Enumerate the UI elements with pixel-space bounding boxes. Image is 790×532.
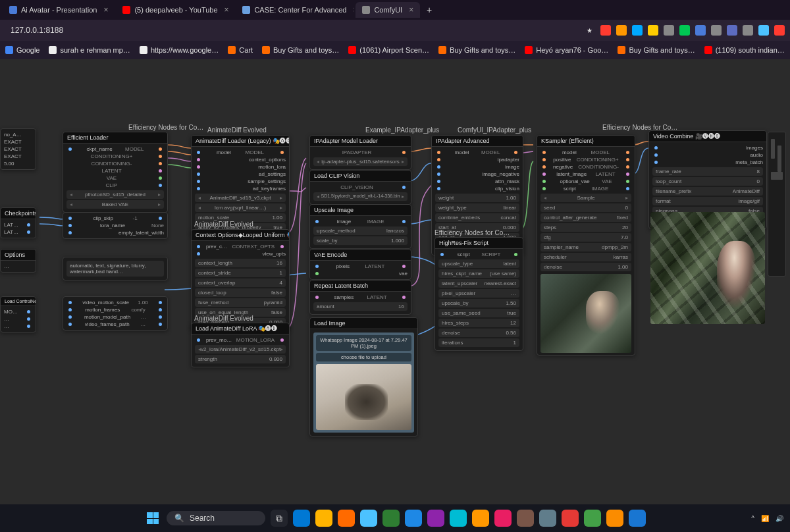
taskbar-app-icon[interactable] xyxy=(405,510,422,527)
load-image-filename[interactable]: Whatsapp Image 2024-08-17 at 7.29.47 PM … xyxy=(316,335,411,351)
node-ksampler-efficient[interactable]: KSampler (Efficient) modelMODEL positive… xyxy=(537,135,635,356)
extension-icon[interactable] xyxy=(679,25,690,36)
extension-icon[interactable] xyxy=(711,25,722,36)
taskbar-app-icon[interactable] xyxy=(494,510,512,527)
browser-tab[interactable]: CASE: Center For Advanced× xyxy=(236,2,354,18)
extension-icon[interactable] xyxy=(600,25,611,36)
browser-tab-active[interactable]: ComfyUI× xyxy=(356,2,420,18)
node-notes[interactable]: no_ADD EXACT EXACT EXACT 5.00 xyxy=(0,128,36,170)
close-icon[interactable]: × xyxy=(224,5,229,14)
workflow-canvas[interactable]: Efficiency Nodes for Co… Efficiency Node… xyxy=(0,59,790,504)
taskbar-app-icon[interactable] xyxy=(338,510,355,527)
node-vae-encode[interactable]: VAE Encode pixelsLATENT vae xyxy=(309,249,411,280)
node-prompt-text[interactable]: automatic, text, signature, blurry, wate… xyxy=(63,257,168,280)
start-button[interactable] xyxy=(144,510,161,527)
taskbar-app-icon[interactable] xyxy=(539,510,556,527)
node-primitive[interactable]: Options … xyxy=(0,249,36,273)
group-label: AnimateDiff Evolved xyxy=(194,315,253,322)
node-motion-settings[interactable]: video_motion_scale1.00 motion_framescomf… xyxy=(63,296,168,331)
browser-tab-bar: Ai Avatar - Presentation× (5) deepalveeb… xyxy=(0,0,790,20)
node-load-animatediff-lora[interactable]: Load AnimateDiff LoRA 🎭🅐🅓 prev_motion_lo… xyxy=(191,323,290,367)
node-upscale-image[interactable]: Upscale Image imageIMAGE upscale_methodl… xyxy=(309,204,411,249)
extension-icon[interactable] xyxy=(727,25,737,36)
bookmark[interactable]: Google xyxy=(5,46,40,54)
extension-icon[interactable] xyxy=(695,25,706,36)
taskbar-app-icon[interactable] xyxy=(472,510,489,527)
bookmark[interactable]: (1061) Airport Scen… xyxy=(348,46,429,54)
close-icon[interactable]: × xyxy=(353,5,354,14)
address-bar: 127.0.0.1:8188 ★ xyxy=(0,20,790,41)
extension-icon[interactable] xyxy=(774,25,785,36)
volume-icon[interactable]: 🔊 xyxy=(776,515,783,522)
taskbar-app-icon[interactable] xyxy=(360,510,377,527)
group-label: Example_IPAdapter_plus xyxy=(365,126,439,134)
taskbar-app-icon[interactable] xyxy=(293,510,310,527)
node-highres-fix-script[interactable]: HighRes-Fix Script scriptSCRIPT upscale_… xyxy=(434,237,523,351)
taskbar-app-icon[interactable] xyxy=(629,510,646,527)
extension-icon[interactable] xyxy=(758,25,769,36)
taskbar-app-icon[interactable] xyxy=(584,510,601,527)
group-label: AnimateDiff Evolved xyxy=(194,221,253,228)
group-label: AnimateDiff Evolved xyxy=(207,126,267,134)
group-label: Efficiency Nodes for Co… xyxy=(128,124,203,131)
bookmark[interactable]: Heyó aryan76 - Goo… xyxy=(525,46,608,54)
browser-tab[interactable]: (5) deepalveeb - YouTube× xyxy=(116,2,234,18)
node-load-clip-vision[interactable]: Load CLIP Vision CLIP_VISION ◂SD1.5/pyto… xyxy=(309,170,411,205)
extension-icon[interactable] xyxy=(743,25,753,36)
star-icon[interactable]: ★ xyxy=(583,24,595,36)
group-label: Efficiency Nodes for Co… xyxy=(434,229,510,236)
taskbar-app-icon[interactable] xyxy=(382,510,400,527)
taskbar-app-icon[interactable] xyxy=(450,510,467,527)
taskbar-app-icon[interactable] xyxy=(562,510,579,527)
url-field[interactable]: 127.0.0.1:8188 xyxy=(5,23,68,38)
extension-icon[interactable] xyxy=(616,25,627,36)
wifi-icon[interactable]: 📶 xyxy=(761,515,769,522)
bookmark[interactable]: Cart xyxy=(228,46,253,54)
bookmark[interactable]: Buy Gifts and toys… xyxy=(438,46,515,54)
extension-icon[interactable] xyxy=(664,25,674,36)
taskbar-app-icon[interactable] xyxy=(606,510,623,527)
group-label: ComfyUI_IPAdapter_plus xyxy=(458,126,531,134)
node-repeat-latent-batch[interactable]: Repeat Latent Batch samplesLATENT amount… xyxy=(309,280,411,315)
taskbar-search[interactable]: 🔍Search xyxy=(167,511,265,525)
bookmarks-bar: Google surah e rehman mp… https://www.go… xyxy=(0,41,790,59)
node-sampler-config[interactable]: clip_skip-1 lora_nameNone empty_latent_w… xyxy=(63,212,168,239)
node-load-image[interactable]: Load Image Whatsapp Image 2024-08-17 at … xyxy=(309,317,418,437)
browser-tab[interactable]: Ai Avatar - Presentation× xyxy=(3,2,115,18)
system-tray[interactable]: ^ 📶 🔊 xyxy=(751,515,783,522)
node-checkpoints[interactable]: Checkpoints LATENT LATENT xyxy=(0,207,36,238)
task-view-icon[interactable]: ⧉ xyxy=(271,510,288,527)
chevron-up-icon[interactable]: ^ xyxy=(751,515,754,522)
video-combine-preview xyxy=(650,212,765,324)
taskbar-app-icon[interactable] xyxy=(517,510,534,527)
bookmark[interactable]: Buy Gifts and toys… xyxy=(262,46,339,54)
close-icon[interactable]: × xyxy=(409,5,413,14)
new-tab-button[interactable]: + xyxy=(421,5,437,15)
close-icon[interactable]: × xyxy=(103,5,108,14)
taskbar-app-icon[interactable] xyxy=(427,510,444,527)
bookmark[interactable]: surah e rehman mp… xyxy=(49,46,130,54)
ksampler-preview xyxy=(540,274,631,353)
bookmark[interactable]: Buy Gifts and toys… xyxy=(618,46,695,54)
load-image-preview xyxy=(316,364,411,430)
windows-taskbar: 🔍Search ⧉ ^ 📶 🔊 xyxy=(0,504,790,532)
choose-file-button[interactable]: choose file to upload xyxy=(316,353,411,361)
extension-icon[interactable] xyxy=(632,25,643,36)
search-icon: 🔍 xyxy=(174,514,184,523)
node-efficient-loader[interactable]: Efficient Loader ckpt_nameMODEL CONDITIO… xyxy=(63,132,168,213)
node-ipadapter-model-loader[interactable]: IPAdapter Model Loader IPADAPTER ◂ip-ada… xyxy=(309,135,411,170)
extension-icon[interactable] xyxy=(648,25,658,36)
bookmark[interactable]: https://www.google… xyxy=(140,46,219,54)
taskbar-app-icon[interactable] xyxy=(315,510,332,527)
canvas-scrollbar[interactable] xyxy=(768,132,786,277)
node-controlnet[interactable]: Load ControlNet Models MODEL … … xyxy=(0,296,36,332)
bookmark[interactable]: (1109) south indian… xyxy=(704,46,785,54)
